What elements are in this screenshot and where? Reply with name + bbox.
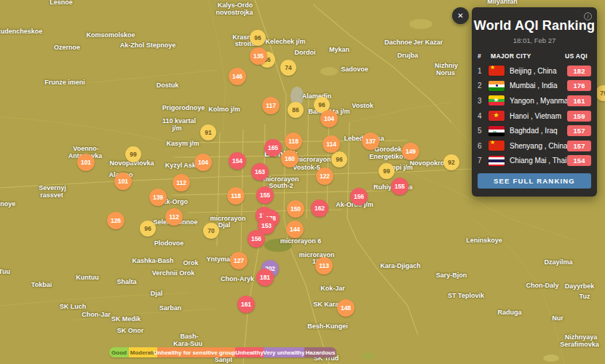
aqi-marker[interactable]: 127 bbox=[230, 252, 248, 269]
aqi-marker[interactable]: 99 bbox=[379, 163, 395, 179]
map-place-label: Energetikov bbox=[369, 153, 407, 160]
aqi-marker[interactable]: 126 bbox=[107, 212, 124, 229]
map-place-label: Djal bbox=[218, 221, 231, 229]
aqi-badge: 154 bbox=[567, 155, 591, 166]
map-place-label: Milyanfan bbox=[487, 0, 518, 5]
rank-number: 2 bbox=[478, 82, 489, 90]
map-place-label: Dzayilma bbox=[544, 258, 572, 266]
aqi-marker[interactable]: 165 bbox=[264, 139, 282, 157]
aqi-marker[interactable]: 122 bbox=[316, 167, 333, 185]
aqi-marker[interactable]: 155 bbox=[256, 186, 274, 204]
aqi-badge: 161 bbox=[567, 95, 591, 106]
map-place-label: Kolmo j/m bbox=[208, 106, 240, 113]
map-place-label: Nizhniy bbox=[435, 62, 458, 69]
ranking-row[interactable]: 1Beijing , China182 bbox=[472, 63, 597, 79]
city-name: Mumbai , India bbox=[510, 82, 567, 90]
map-place-label: Kalys-Ordo bbox=[218, 1, 253, 9]
rank-number: 7 bbox=[478, 157, 489, 165]
map-place-label: Nizhnyaya bbox=[565, 333, 598, 341]
map-place-label: Lesnoe bbox=[50, 0, 73, 6]
map-place-label: Bash- bbox=[180, 333, 198, 340]
aqi-badge: 182 bbox=[567, 66, 591, 76]
aqi-marker[interactable]: 104 bbox=[194, 154, 212, 171]
aqi-marker[interactable]: 117 bbox=[262, 97, 280, 114]
map-place-label: Serafimovka bbox=[560, 341, 599, 348]
city-name: Shenyang , China bbox=[510, 142, 567, 150]
aqi-marker[interactable]: 154 bbox=[229, 152, 246, 170]
ranking-row[interactable]: 6Shenyang , China157 bbox=[472, 138, 597, 154]
aqi-marker[interactable]: 91 bbox=[200, 124, 216, 141]
aqi-marker[interactable]: 104 bbox=[320, 110, 338, 127]
aqi-marker[interactable]: 161 bbox=[237, 296, 255, 313]
map-place-label: Chon-Daly bbox=[526, 282, 559, 289]
aqi-marker[interactable]: 96 bbox=[140, 221, 156, 237]
aqi-marker[interactable]: 113 bbox=[315, 257, 333, 274]
aqi-marker[interactable]: 96 bbox=[250, 30, 266, 46]
aqi-marker[interactable]: 150 bbox=[287, 200, 304, 218]
map-place-label: SK Luch bbox=[60, 303, 87, 310]
map-place-label: Kuntuu bbox=[76, 274, 99, 281]
map-place-label: Plodovoe bbox=[154, 240, 184, 247]
aqi-marker[interactable]: 74 bbox=[280, 60, 296, 76]
map-place-label: Sadovoe bbox=[341, 66, 368, 73]
map-place-label: microrayon 6 bbox=[280, 237, 322, 245]
aqi-marker[interactable]: 156 bbox=[248, 230, 265, 248]
map-place-label: Besh-Kungei bbox=[307, 323, 348, 330]
map-place-label: j/m bbox=[172, 124, 181, 132]
see-full-ranking-button[interactable]: SEE FULL RANKING bbox=[478, 173, 591, 189]
map-place-label: Orok bbox=[183, 259, 198, 266]
country-flag-icon bbox=[489, 95, 505, 106]
aqi-marker[interactable]: 112 bbox=[173, 174, 190, 191]
aqi-marker[interactable]: 146 bbox=[229, 68, 246, 85]
map-place-label: Tuz bbox=[580, 293, 590, 300]
aqi-marker[interactable]: 114 bbox=[323, 135, 340, 153]
aqi-marker[interactable]: 118 bbox=[285, 132, 302, 150]
city-name: Beijing , China bbox=[510, 67, 567, 75]
map-place-label: Dostuk bbox=[157, 82, 179, 89]
country-flag-icon bbox=[489, 81, 505, 91]
aqi-marker[interactable]: 101 bbox=[77, 154, 95, 171]
aqi-marker[interactable]: 92 bbox=[443, 154, 459, 170]
aqi-marker[interactable]: 99 bbox=[125, 146, 141, 162]
map-place-label: Leninskoye bbox=[466, 237, 502, 244]
aqi-marker[interactable]: 96 bbox=[331, 151, 347, 167]
aqi-marker[interactable]: 112 bbox=[165, 208, 183, 226]
aqi-marker[interactable]: 155 bbox=[391, 178, 408, 195]
aqi-marker[interactable]: 137 bbox=[362, 132, 379, 150]
aqi-marker[interactable]: 162 bbox=[311, 199, 328, 217]
aqi-marker[interactable]: 86 bbox=[288, 102, 304, 118]
aqi-marker[interactable]: 144 bbox=[286, 221, 304, 238]
aqi-badge: 157 bbox=[567, 141, 591, 151]
aqi-marker[interactable]: 160 bbox=[281, 150, 298, 167]
aqi-marker[interactable]: 163 bbox=[251, 163, 269, 181]
map-place-label: Ak-Zhol Stepnoye bbox=[120, 41, 176, 49]
map-place-label: Gorodok bbox=[374, 146, 402, 153]
close-icon[interactable]: ✕ bbox=[452, 7, 469, 24]
aqi-marker[interactable]: 135 bbox=[250, 47, 267, 65]
info-icon[interactable]: i bbox=[584, 12, 592, 20]
ranking-row[interactable]: 2Mumbai , India176 bbox=[472, 79, 597, 94]
col-rank: # bbox=[478, 52, 491, 60]
map-place-label: Drujba bbox=[398, 52, 419, 59]
map-place-label: Djal bbox=[151, 290, 163, 297]
aqi-marker[interactable]: 156 bbox=[350, 188, 368, 205]
map-place-label: Chon-Aryk bbox=[221, 275, 254, 282]
ranking-row[interactable]: 3Yangon , Myanmar161 bbox=[472, 93, 597, 108]
ranking-row[interactable]: 5Baghdad , Iraq157 bbox=[472, 123, 597, 138]
aqi-marker[interactable]: 139 bbox=[149, 189, 167, 206]
aqi-marker[interactable]: 181 bbox=[256, 269, 274, 286]
ranking-row[interactable]: 7Chiang Mai , Thail...154 bbox=[472, 154, 597, 169]
aqi-marker[interactable]: 101 bbox=[114, 173, 132, 190]
aqi-marker[interactable]: 149 bbox=[402, 143, 419, 160]
map-canvas[interactable]: GoodModerateUnhealthy for sensitive grou… bbox=[0, 0, 605, 364]
map-place-label: Kok-Jar bbox=[320, 285, 345, 292]
city-name: Baghdad , Iraq bbox=[510, 127, 567, 135]
aqi-marker[interactable]: 70 bbox=[203, 223, 219, 239]
country-flag-icon bbox=[489, 66, 505, 76]
aqi-marker[interactable]: 148 bbox=[337, 299, 355, 317]
map-place-label: Sarban bbox=[159, 304, 182, 312]
city-name: Yangon , Myanmar bbox=[510, 97, 567, 105]
aqi-marker[interactable]: 118 bbox=[227, 187, 245, 205]
map-place-label: Kashka-Bash bbox=[132, 257, 173, 264]
ranking-row[interactable]: 4Hanoi , Vietnam159 bbox=[472, 108, 597, 124]
